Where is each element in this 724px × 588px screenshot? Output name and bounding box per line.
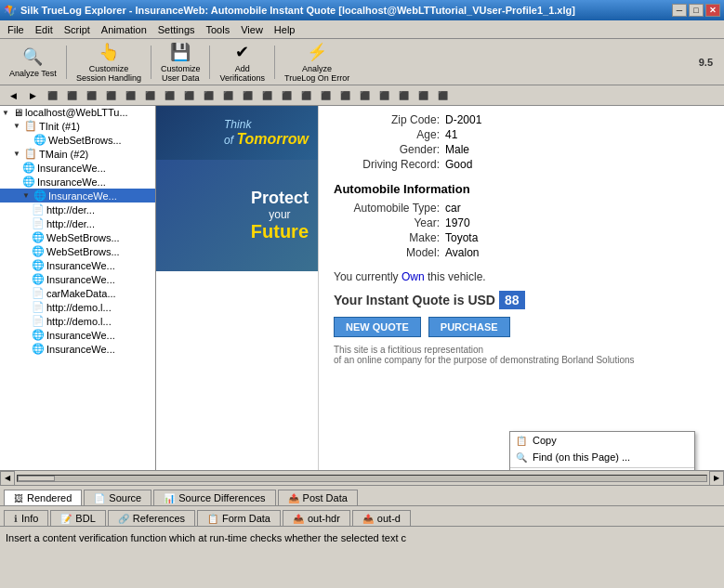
tree-item-tmain[interactable]: ▼ 📋 TMain (#2) (0, 147, 155, 161)
tab-bdl[interactable]: 📝 BDL (50, 510, 105, 526)
analyze-test-button[interactable]: 🔍 Analyze Test (4, 43, 62, 82)
menu-tools[interactable]: Tools (201, 22, 236, 37)
tree-item-ins7[interactable]: 🌐 InsuranceWe... (0, 342, 155, 356)
tree-item-http2[interactable]: 📄 http://der... (0, 216, 155, 230)
menu-view[interactable]: View (235, 22, 269, 37)
tab-rendered[interactable]: 🖼 Rendered (4, 490, 82, 505)
tree-panel: ▼ 🖥 localhost@WebLTTu... ▼ 📋 TInit (#1) … (0, 106, 156, 470)
tree-icon-http2: 📄 (32, 217, 45, 229)
customize-session-button[interactable]: 👆 CustomizeSession Handling (71, 43, 147, 82)
menu-help[interactable]: Help (269, 22, 301, 37)
tab-source[interactable]: 📄 Source (84, 490, 151, 505)
toolbar2-btn-11[interactable]: ⬛ (199, 87, 217, 104)
menu-file[interactable]: File (2, 22, 30, 37)
toolbar2-btn-19[interactable]: ⬛ (355, 87, 374, 104)
tree-item-web2[interactable]: 🌐 WebSetBrows... (0, 230, 155, 244)
tree-item-demo1[interactable]: 📄 http://demo.l... (0, 300, 155, 314)
nav-forward-button[interactable]: ▶ (23, 87, 42, 104)
toolbar2-btn-8[interactable]: ⬛ (140, 87, 159, 104)
toolbar2-btn-12[interactable]: ⬛ (218, 87, 237, 104)
purchase-button[interactable]: PURCHASE (428, 317, 510, 337)
tree-item-http1[interactable]: 📄 http://der... (0, 203, 155, 216)
toolbar2-btn-20[interactable]: ⬛ (375, 87, 393, 104)
tree-item-ins2[interactable]: 🌐 InsuranceWe... (0, 175, 155, 189)
quote-label: Your Instant Quote is USD (334, 293, 495, 307)
menu-script[interactable]: Script (59, 22, 96, 37)
scroll-thumb[interactable] (18, 476, 55, 481)
toolbar2-btn-23[interactable]: ⬛ (433, 87, 452, 104)
toolbar2-btn-3[interactable]: ⬛ (43, 87, 61, 104)
tree-label-web2: WebSetBrows... (46, 232, 120, 243)
source-diff-icon: 📊 (164, 493, 175, 503)
copy-icon: 📋 (516, 436, 527, 446)
ctx-find[interactable]: 🔍 Find (on this Page) ... (510, 449, 694, 465)
menu-settings[interactable]: Settings (152, 22, 201, 37)
tab-post-data[interactable]: 📤 Post Data (278, 490, 358, 505)
tree-label-cardata: carMakeData... (46, 288, 116, 299)
toolbar2-btn-17[interactable]: ⬛ (316, 87, 335, 104)
toolbar2-btn-9[interactable]: ⬛ (160, 87, 178, 104)
tree-item-ins4[interactable]: 🌐 InsuranceWe... (0, 258, 155, 272)
toolbar2-btn-13[interactable]: ⬛ (238, 87, 257, 104)
tree-item-websetsess[interactable]: 🌐 WebSetBrows... (0, 133, 155, 147)
tree-label-http1: http://der... (46, 204, 95, 216)
menu-animation[interactable]: Animation (96, 22, 152, 37)
tree-item-tinit[interactable]: ▼ 📋 TInit (#1) (0, 119, 155, 133)
auto-section-title: Automobile Information (334, 182, 709, 196)
banner-tomorrow: Think of Tomorrow (156, 106, 318, 160)
tab-info-label: Info (21, 513, 38, 524)
tree-item-ins6[interactable]: 🌐 InsuranceWe... (0, 328, 155, 342)
scroll-right-button[interactable]: ▶ (709, 471, 724, 486)
age-value: 41 (445, 128, 457, 141)
tree-item-ins3[interactable]: ▼ 🌐 InsuranceWe... (0, 189, 155, 203)
toolbar2-btn-18[interactable]: ⬛ (336, 87, 354, 104)
tree-item-cardata[interactable]: 📄 carMakeData... (0, 286, 155, 300)
tab-out-d[interactable]: 📤 out-d (352, 510, 411, 526)
ctx-copy[interactable]: 📋 Copy (510, 432, 694, 449)
close-button[interactable]: ✕ (705, 4, 720, 17)
tree-label-web1: WebSetBrows... (48, 135, 122, 146)
toolbar2-btn-7[interactable]: ⬛ (121, 87, 139, 104)
tree-scroll[interactable]: ▼ 🖥 localhost@WebLTTu... ▼ 📋 TInit (#1) … (0, 106, 155, 470)
toolbar2-btn-5[interactable]: ⬛ (82, 87, 100, 104)
toolbar2-btn-22[interactable]: ⬛ (414, 87, 432, 104)
version-label: 9.5 (699, 57, 720, 68)
tree-icon-web2: 🌐 (32, 231, 45, 243)
zip-label: Zip Code: (334, 113, 445, 126)
toolbar2-btn-21[interactable]: ⬛ (394, 87, 413, 104)
banner-think: Think (224, 118, 309, 131)
toolbar2-btn-16[interactable]: ⬛ (296, 87, 315, 104)
toolbar2-btn-10[interactable]: ⬛ (179, 87, 198, 104)
scroll-track[interactable] (17, 475, 707, 482)
analyze-error-button[interactable]: ⚡ AnalyzeTrueLog On Error (279, 43, 355, 82)
own-link[interactable]: Own (401, 270, 425, 283)
toolbar2-btn-14[interactable]: ⬛ (257, 87, 276, 104)
tree-icon-tmain: 📋 (24, 148, 37, 160)
toolbar2-btn-15[interactable]: ⬛ (277, 87, 296, 104)
tree-item-ins5[interactable]: 🌐 InsuranceWe... (0, 272, 155, 286)
customize-user-button[interactable]: 💾 CustomizeUser Data (155, 43, 206, 82)
tab-form-data[interactable]: 📋 Form Data (197, 510, 281, 526)
scroll-left-button[interactable]: ◀ (0, 471, 15, 486)
banner-future-text: Protect your Future (251, 189, 309, 242)
footer-text: This site is a fictitious representation… (334, 345, 709, 365)
tab-bdl-label: BDL (75, 513, 95, 524)
tree-item-root[interactable]: ▼ 🖥 localhost@WebLTTu... (0, 106, 155, 119)
minimize-button[interactable]: ─ (672, 4, 687, 17)
tab-info[interactable]: ℹ Info (4, 510, 48, 526)
nav-back-button[interactable]: ◀ (4, 87, 22, 104)
toolbar2-btn-4[interactable]: ⬛ (62, 87, 81, 104)
tab-references[interactable]: 🔗 References (108, 510, 195, 526)
banner-your-text: your (251, 208, 309, 221)
new-quote-button[interactable]: NEW QUOTE (334, 317, 421, 337)
toolbar2-btn-6[interactable]: ⬛ (101, 87, 120, 104)
title-bar-controls: ─ □ ✕ (672, 4, 720, 17)
tab-source-differences[interactable]: 📊 Source Differences (153, 490, 275, 505)
tree-item-web3[interactable]: 🌐 WebSetBrows... (0, 244, 155, 258)
tree-item-ins1[interactable]: 🌐 InsuranceWe... (0, 161, 155, 175)
tree-item-demo2[interactable]: 📄 http://demo.l... (0, 314, 155, 328)
tab-out-hdr[interactable]: 📤 out-hdr (283, 510, 350, 526)
maximize-button[interactable]: □ (689, 4, 704, 17)
menu-edit[interactable]: Edit (30, 22, 59, 37)
add-verifications-button[interactable]: ✔ AddVerifications (214, 43, 270, 82)
